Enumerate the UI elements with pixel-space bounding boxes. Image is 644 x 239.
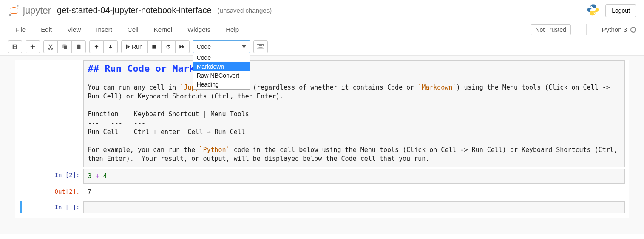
cell-type-option-raw[interactable]: Raw NBConvert bbox=[193, 71, 250, 80]
kernel-name: Python 3 bbox=[602, 26, 627, 33]
move-down-button[interactable] bbox=[103, 40, 118, 53]
jupyter-logo-icon bbox=[8, 4, 20, 17]
input-prompt: In [2]: bbox=[20, 169, 83, 178]
paste-icon bbox=[76, 44, 82, 50]
keyboard-icon bbox=[257, 44, 264, 49]
move-up-button[interactable] bbox=[89, 40, 104, 53]
command-palette-button[interactable] bbox=[253, 40, 268, 53]
save-button[interactable] bbox=[8, 40, 22, 53]
code-input[interactable] bbox=[83, 201, 625, 213]
svg-point-0 bbox=[17, 5, 19, 6]
python-logo-icon bbox=[587, 3, 599, 17]
code-output: 7 bbox=[83, 186, 625, 200]
paste-button[interactable] bbox=[71, 40, 86, 53]
arrow-up-icon bbox=[94, 44, 99, 49]
toolbar: Run Code Code Markdown Raw NBConvert Hea… bbox=[0, 38, 644, 56]
cell-type-option-markdown[interactable]: Markdown bbox=[193, 62, 250, 71]
run-icon bbox=[126, 44, 130, 49]
cell-type-option-code[interactable]: Code bbox=[193, 53, 250, 62]
kernel-indicator[interactable]: Python 3 bbox=[586, 24, 636, 35]
stop-icon bbox=[152, 45, 156, 49]
cell-type-dropdown: Code Markdown Raw NBConvert Heading bbox=[193, 53, 250, 90]
menu-edit[interactable]: Edit bbox=[33, 22, 60, 37]
input-prompt: In [ ]: bbox=[22, 201, 83, 211]
jupyter-logo[interactable]: jupyter bbox=[8, 4, 51, 17]
code-cell[interactable]: In [2]: 3 + 4 bbox=[20, 169, 625, 184]
notebook-container: ## Run Code or Markdown Cells You can ru… bbox=[0, 56, 644, 234]
not-trusted-badge[interactable]: Not Trusted bbox=[531, 24, 570, 35]
cell-type-value: Code bbox=[197, 43, 211, 50]
svg-rect-6 bbox=[260, 45, 261, 46]
add-cell-button[interactable] bbox=[26, 40, 40, 53]
cell-prompt bbox=[20, 60, 83, 63]
cell-type-option-heading[interactable]: Heading bbox=[193, 80, 250, 89]
run-label: Run bbox=[132, 43, 143, 50]
svg-point-1 bbox=[9, 14, 11, 16]
svg-rect-4 bbox=[258, 45, 258, 46]
restart-icon bbox=[165, 44, 171, 50]
chevron-down-icon bbox=[242, 45, 246, 48]
menu-view[interactable]: View bbox=[60, 22, 88, 37]
output-prompt: Out[2]: bbox=[20, 186, 83, 195]
menu-insert[interactable]: Insert bbox=[88, 22, 120, 37]
menu-help[interactable]: Help bbox=[218, 22, 247, 37]
arrow-down-icon bbox=[108, 44, 113, 49]
menu-widgets[interactable]: Widgets bbox=[180, 22, 218, 37]
code-cell-empty[interactable]: In [ ]: bbox=[20, 201, 625, 213]
menu-kernel[interactable]: Kernel bbox=[146, 22, 180, 37]
interrupt-button[interactable] bbox=[147, 40, 162, 53]
save-icon bbox=[12, 44, 18, 50]
svg-rect-9 bbox=[258, 48, 262, 48]
logo-text: jupyter bbox=[23, 5, 51, 16]
fast-forward-icon bbox=[179, 44, 185, 49]
svg-rect-7 bbox=[261, 45, 262, 46]
cut-button[interactable] bbox=[43, 40, 58, 53]
notebook-name[interactable]: get-started-04-jupyter-notebook-interfac… bbox=[57, 6, 212, 15]
copy-icon bbox=[62, 44, 68, 50]
svg-rect-3 bbox=[257, 45, 264, 49]
logout-button[interactable]: Logout bbox=[605, 4, 636, 17]
output-row: Out[2]: 7 bbox=[20, 186, 625, 200]
svg-rect-5 bbox=[259, 45, 260, 46]
run-button[interactable]: Run bbox=[121, 40, 148, 53]
svg-rect-2 bbox=[153, 45, 156, 48]
header: jupyter get-started-04-jupyter-notebook-… bbox=[0, 0, 644, 21]
menu-file[interactable]: File bbox=[8, 22, 33, 37]
cell-type-selector[interactable]: Code Code Markdown Raw NBConvert Heading bbox=[193, 40, 250, 53]
menu-cell[interactable]: Cell bbox=[120, 22, 146, 37]
svg-rect-8 bbox=[263, 45, 264, 46]
restart-run-all-button[interactable] bbox=[175, 40, 190, 53]
copy-button[interactable] bbox=[57, 40, 72, 53]
save-status: (unsaved changes) bbox=[218, 7, 272, 14]
kernel-status-icon bbox=[630, 27, 636, 33]
menubar: File Edit View Insert Cell Kernel Widget… bbox=[0, 21, 644, 38]
markdown-source[interactable]: ## Run Code or Markdown Cells You can ru… bbox=[83, 60, 625, 167]
code-input[interactable]: 3 + 4 bbox=[83, 169, 625, 184]
markdown-cell[interactable]: ## Run Code or Markdown Cells You can ru… bbox=[20, 60, 625, 167]
cut-icon bbox=[48, 44, 54, 50]
plus-icon bbox=[30, 44, 36, 50]
restart-button[interactable] bbox=[161, 40, 176, 53]
